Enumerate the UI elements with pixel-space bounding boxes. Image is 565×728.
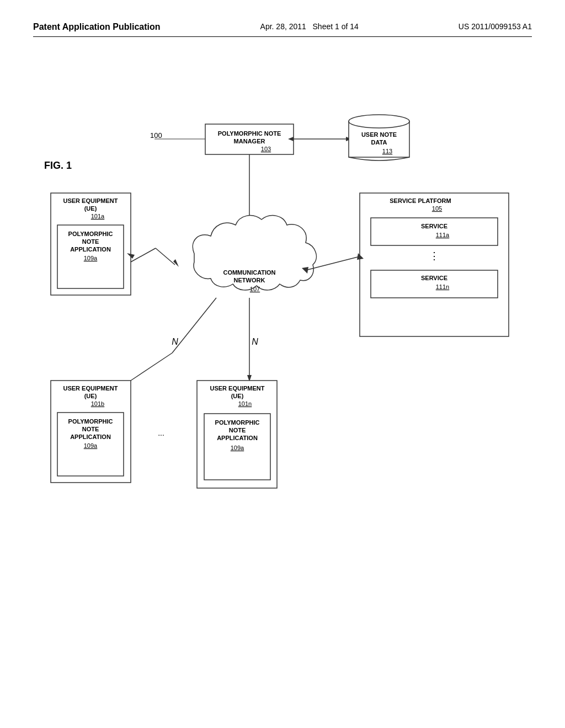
user-note-data-bottom [349, 157, 409, 160]
arrow-ue-cn-head-r [173, 259, 179, 267]
sp-ref: 105 [432, 205, 442, 212]
diagram-svg: 100 POLYMORPHIC NOTE MANAGER 103 USER NO… [34, 83, 531, 607]
ue-101a-ref: 101a [91, 213, 105, 220]
arrow-ue-cn-2 [156, 248, 175, 265]
service-111a-ref: 111a [436, 232, 450, 238]
n-symbol-left: N [172, 337, 178, 346]
header-right-label: US 2011/0099153 A1 [459, 22, 532, 31]
ue-101b-label-2: (UE) [84, 393, 97, 399]
user-note-data-top [349, 115, 409, 128]
und-label-2: DATA [371, 139, 387, 146]
pna-109a-2-label-2: NOTE [82, 426, 99, 432]
pna-109a-3-label-2: NOTE [229, 427, 246, 433]
ue-101b-ref: 101b [91, 400, 104, 407]
sp-label: SERVICE PLATFORM [390, 197, 451, 204]
und-label-1: USER NOTE [361, 131, 397, 138]
n-symbol-down: N [252, 337, 258, 346]
service-111a-label: SERVICE [421, 223, 447, 229]
arrow-cn-ue101b-2 [131, 353, 172, 381]
service-111a-box [371, 218, 498, 245]
service-platform-outer [360, 193, 509, 336]
cn-label-1: COMMUNICATION [223, 269, 275, 276]
pna-109a-1-label-2: NOTE [82, 238, 99, 245]
header-center-info: Apr. 28, 2011 Sheet 1 of 14 [260, 22, 359, 31]
pnm-label-1: POLYMORPHIC NOTE [218, 130, 281, 137]
pna-109a-2-label-1: POLYMORPHIC [68, 418, 113, 425]
pnm-label-2: MANAGER [234, 138, 265, 144]
service-111n-ref: 111n [436, 283, 449, 290]
pna-109a-3-label-1: POLYMORPHIC [215, 419, 260, 426]
ue-101b-label-1: USER EQUIPMENT [63, 385, 118, 392]
cn-ref: 107 [250, 286, 260, 292]
header-sheet: Sheet 1 of 14 [313, 22, 359, 31]
pnm-ref: 103 [261, 146, 271, 152]
communication-network-cloud: COMMUNICATION NETWORK 107 [193, 216, 316, 292]
pna-109a-2-ref: 109a [84, 442, 98, 449]
ellipsis-label: ... [158, 429, 164, 437]
und-ref: 113 [382, 148, 392, 154]
ue-101a-label-1: USER EQUIPMENT [63, 197, 118, 204]
header-left-label: Patent Application Publication [33, 22, 161, 32]
arrow-ue-cn-1 [131, 248, 156, 262]
vertical-dots: ⋮ [429, 250, 439, 261]
ue-101n-label-1: USER EQUIPMENT [210, 385, 264, 392]
pna-109a-1-label-1: POLYMORPHIC [68, 231, 113, 237]
cn-label-2: NETWORK [234, 277, 265, 283]
page-header: Patent Application Publication Apr. 28, … [33, 22, 532, 37]
ue-101a-label-2: (UE) [84, 205, 97, 212]
pna-109a-3-ref: 109a [231, 445, 244, 451]
ue-101n-ref: 101n [238, 400, 252, 407]
header-date: Apr. 28, 2011 [260, 22, 306, 31]
arrow-cn-ue101b-1 [172, 298, 216, 353]
page: Patent Application Publication Apr. 28, … [0, 0, 565, 728]
service-111n-label: SERVICE [421, 275, 447, 281]
pna-109a-1-label-3: APPLICATION [70, 246, 111, 253]
pna-109a-2-label-3: APPLICATION [70, 433, 111, 440]
ref-100-label: 100 [150, 131, 162, 140]
pna-109a-1-ref: 109a [84, 255, 98, 261]
pna-109a-3-label-3: APPLICATION [217, 435, 258, 441]
ue-101n-label-2: (UE) [231, 393, 244, 399]
